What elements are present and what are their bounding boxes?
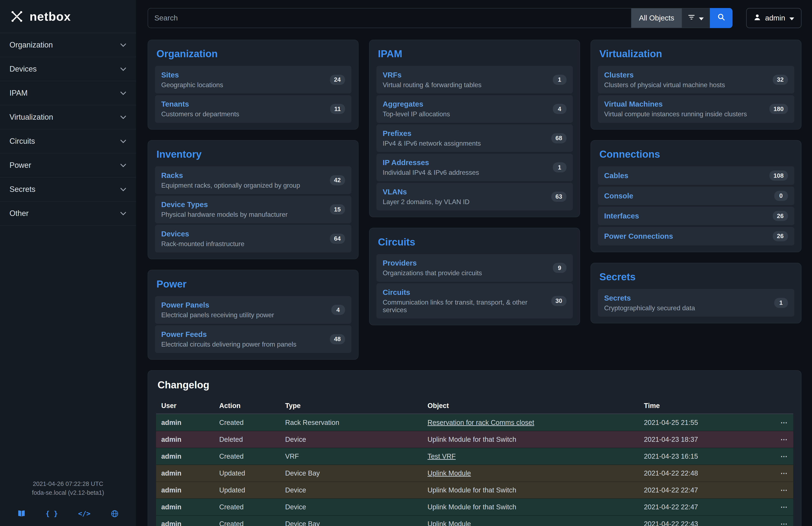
- count-badge[interactable]: 4: [331, 305, 345, 315]
- card-item-ip-addresses[interactable]: IP Addresses Individual IPv4 & IPv6 addr…: [376, 154, 573, 181]
- item-link[interactable]: Interfaces: [604, 212, 773, 220]
- count-badge[interactable]: 1: [774, 298, 788, 308]
- item-link[interactable]: Devices: [161, 230, 330, 238]
- count-badge[interactable]: 26: [773, 231, 788, 241]
- item-link[interactable]: Console: [604, 191, 774, 200]
- item-description: Virtual routing & forwarding tables: [383, 81, 553, 89]
- row-actions-ellipsis[interactable]: ⋯: [781, 469, 788, 477]
- row-actions-ellipsis[interactable]: ⋯: [781, 436, 788, 443]
- item-link[interactable]: Tenants: [161, 100, 330, 108]
- item-link[interactable]: Power Connections: [604, 232, 773, 240]
- count-badge[interactable]: 1: [553, 162, 566, 172]
- card-item-vrfs[interactable]: VRFs Virtual routing & forwarding tables…: [376, 66, 573, 94]
- sidebar-item-other[interactable]: Other: [0, 202, 136, 226]
- row-actions-ellipsis[interactable]: ⋯: [781, 486, 788, 494]
- item-link[interactable]: VLANs: [383, 188, 551, 196]
- count-badge[interactable]: 11: [330, 104, 345, 114]
- item-link[interactable]: Racks: [161, 171, 330, 180]
- card-item-device-types[interactable]: Device Types Physical hardware models by…: [155, 196, 351, 223]
- card-item-secrets[interactable]: Secrets Cryptographically secured data 1: [598, 289, 794, 317]
- card-item-providers[interactable]: Providers Organizations that provide cir…: [376, 254, 573, 282]
- sidebar-item-virtualization[interactable]: Virtualization: [0, 105, 136, 129]
- card-item-clusters[interactable]: Clusters Clusters of physical virtual ma…: [598, 66, 794, 94]
- card-item-power-panels[interactable]: Power Panels Electrical panels receiving…: [155, 296, 351, 324]
- count-badge[interactable]: 24: [330, 75, 345, 85]
- count-badge[interactable]: 48: [330, 334, 345, 344]
- docs-book-icon[interactable]: [17, 510, 26, 518]
- count-badge[interactable]: 64: [330, 234, 345, 244]
- count-badge[interactable]: 0: [774, 191, 788, 201]
- cell-time: 2021-04-25 21:55: [639, 414, 773, 431]
- row-actions-ellipsis[interactable]: ⋯: [781, 520, 788, 526]
- item-link[interactable]: Virtual Machines: [604, 100, 769, 108]
- object-link[interactable]: Uplink Module: [427, 520, 471, 526]
- sidebar-item-ipam[interactable]: IPAM: [0, 81, 136, 105]
- count-badge[interactable]: 1: [553, 75, 566, 85]
- sidebar-item-secrets[interactable]: Secrets: [0, 177, 136, 202]
- item-link[interactable]: Aggregates: [383, 100, 553, 108]
- row-actions-ellipsis[interactable]: ⋯: [781, 453, 788, 460]
- item-link[interactable]: Clusters: [604, 71, 773, 79]
- sidebar-item-organization[interactable]: Organization: [0, 33, 136, 57]
- item-link[interactable]: Cables: [604, 171, 769, 180]
- cell-type: Device Bay: [280, 515, 422, 526]
- card-item-circuits[interactable]: Circuits Communication links for transit…: [376, 283, 573, 318]
- api-code-icon[interactable]: </>: [78, 509, 90, 518]
- sidebar-item-circuits[interactable]: Circuits: [0, 129, 136, 154]
- sidebar-item-power[interactable]: Power: [0, 154, 136, 177]
- search-filter-dropdown-button[interactable]: [682, 8, 710, 28]
- count-badge[interactable]: 63: [551, 191, 566, 202]
- count-badge[interactable]: 4: [553, 104, 566, 114]
- sidebar-item-label: Other: [10, 209, 29, 218]
- user-menu-button[interactable]: admin: [746, 8, 801, 28]
- card-item-devices[interactable]: Devices Rack-mounted infrastructure 64: [155, 225, 351, 253]
- item-link[interactable]: Secrets: [604, 294, 774, 302]
- object-link[interactable]: Reservation for rack Comms closet: [427, 419, 534, 426]
- count-badge[interactable]: 9: [553, 263, 566, 273]
- card-item-cables[interactable]: Cables 108: [598, 166, 794, 185]
- card-item-prefixes[interactable]: Prefixes IPv4 & IPv6 network assignments…: [376, 124, 573, 152]
- card-inventory: Inventory Racks Equipment racks, optiona…: [148, 140, 359, 259]
- sidebar-item-devices[interactable]: Devices: [0, 57, 136, 81]
- item-link[interactable]: Circuits: [383, 288, 551, 297]
- card-item-sites[interactable]: Sites Geographic locations 24: [155, 66, 351, 94]
- item-link[interactable]: Power Panels: [161, 301, 331, 309]
- search-submit-button[interactable]: [710, 8, 733, 28]
- row-actions-ellipsis[interactable]: ⋯: [781, 503, 788, 511]
- item-link[interactable]: VRFs: [383, 71, 553, 79]
- card-item-virtual-machines[interactable]: Virtual Machines Virtual compute instanc…: [598, 95, 794, 123]
- netbox-dashboard: netbox Organization Devices IPAM Virtual…: [0, 0, 812, 526]
- search-input[interactable]: [148, 8, 631, 28]
- card-item-console[interactable]: Console 0: [598, 187, 794, 205]
- item-link[interactable]: IP Addresses: [383, 158, 553, 167]
- count-badge[interactable]: 15: [330, 204, 345, 214]
- changelog-title: Changelog: [158, 379, 792, 391]
- count-badge[interactable]: 26: [773, 211, 788, 221]
- card-item-aggregates[interactable]: Aggregates Top-level IP allocations 4: [376, 95, 573, 123]
- object-link[interactable]: Test VRF: [427, 453, 456, 460]
- count-badge[interactable]: 108: [769, 171, 788, 181]
- netbox-logo[interactable]: netbox: [0, 0, 136, 33]
- card-item-interfaces[interactable]: Interfaces 26: [598, 207, 794, 225]
- item-link[interactable]: Providers: [383, 259, 553, 267]
- search-scope-button[interactable]: All Objects: [631, 8, 681, 28]
- card-item-power-connections[interactable]: Power Connections 26: [598, 227, 794, 245]
- count-badge[interactable]: 30: [551, 296, 566, 306]
- card-item-tenants[interactable]: Tenants Customers or departments 11: [155, 95, 351, 123]
- count-badge[interactable]: 32: [773, 75, 788, 85]
- row-actions-ellipsis[interactable]: ⋯: [781, 419, 788, 426]
- card-item-power-feeds[interactable]: Power Feeds Electrical circuits deliveri…: [155, 325, 351, 353]
- globe-icon[interactable]: [111, 510, 119, 518]
- card-title: Connections: [599, 148, 793, 160]
- count-badge[interactable]: 180: [769, 104, 788, 114]
- card-item-vlans[interactable]: VLANs Layer 2 domains, by VLAN ID 63: [376, 183, 573, 211]
- item-link[interactable]: Device Types: [161, 200, 330, 209]
- count-badge[interactable]: 42: [330, 175, 345, 185]
- card-item-racks[interactable]: Racks Equipment racks, optionally organi…: [155, 166, 351, 194]
- count-badge[interactable]: 68: [551, 133, 566, 143]
- item-link[interactable]: Prefixes: [383, 129, 551, 138]
- item-link[interactable]: Sites: [161, 71, 330, 79]
- object-link[interactable]: Uplink Module: [427, 469, 471, 477]
- item-link[interactable]: Power Feeds: [161, 330, 330, 339]
- rest-api-braces-icon[interactable]: { }: [46, 509, 58, 518]
